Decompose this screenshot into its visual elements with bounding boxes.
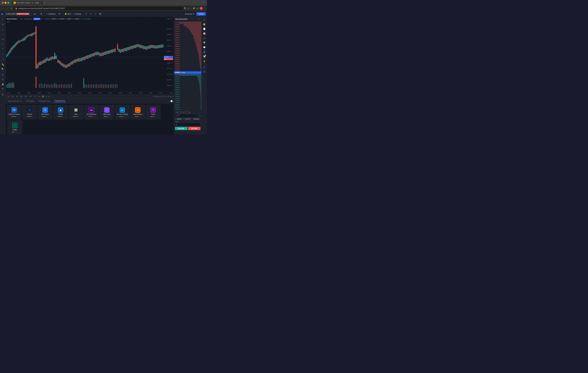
layout-icon[interactable]: ⬛	[196, 7, 199, 10]
broker-card-dorman[interactable]: ☆ DT Dorman Trading ★★★★★	[115, 105, 130, 120]
ob-bid-row[interactable]: 21865.3	[174, 78, 201, 80]
log-toggle[interactable]: log	[167, 96, 169, 97]
back-btn[interactable]: ←	[1, 7, 5, 10]
forward-btn[interactable]: →	[6, 7, 9, 10]
address-bar[interactable]: 🔒 tradingview.com/chart/fzy3UkiH/?symbol…	[14, 7, 183, 10]
ob-bid-row[interactable]: 21865.0	[174, 84, 201, 87]
ob-bid-row[interactable]: 21864.1	[174, 104, 201, 106]
depth-chart-btn[interactable]: ▤	[202, 65, 206, 69]
submit-btn[interactable]: Submit	[175, 118, 183, 120]
timeframe-5y[interactable]: 5Y	[37, 95, 41, 98]
ob-bid-row[interactable]: 21865.1	[174, 82, 201, 84]
ob-bid-row[interactable]: 21864.8	[174, 89, 201, 91]
ob-bid-row[interactable]: 21864.7	[174, 91, 201, 93]
refresh-btn[interactable]: ↻	[10, 7, 13, 10]
fav-tradier-btn[interactable]: ☆	[66, 105, 67, 107]
timeframe-5d[interactable]: 5D	[11, 95, 14, 98]
broker-card-gemini[interactable]: ☆ G Gemini ★★★★★	[22, 105, 37, 120]
social-btn[interactable]: 👤	[202, 50, 206, 54]
broker-card-tiger[interactable]: ☆ TB Tiger Brokers ★★★★★	[130, 105, 145, 120]
order-book-more-icon[interactable]: ⋯	[196, 18, 198, 20]
ob-ask-row[interactable]: 21867.6	[174, 30, 201, 33]
ob-bid-row[interactable]: 21864.2	[174, 102, 201, 104]
chart-type-btn[interactable]: ⊞	[39, 12, 43, 15]
ob-ask-row[interactable]: 21866.0	[174, 65, 201, 67]
broker-card-okx[interactable]: ☆ OKX ★★★★★	[69, 105, 83, 120]
tab-pine-editor[interactable]: Pine Editor	[25, 99, 36, 103]
tab-trading-panel[interactable]: Trading Panel	[53, 99, 66, 103]
ob-ask-row[interactable]: 21865.8	[174, 69, 201, 71]
buy-mkt-btn[interactable]: Buy Mkt	[175, 127, 188, 130]
indicators-btn[interactable]: ∿ Indicators	[45, 12, 57, 15]
fav-alor-btn[interactable]: ☆	[50, 105, 52, 107]
ob-bid-row[interactable]: 21865.2	[174, 80, 201, 82]
panel-maximize-btn[interactable]: ⬜	[170, 100, 173, 102]
timeframe-1d[interactable]: 1D	[7, 95, 10, 98]
active-tab[interactable]: BTCUSDT 21865.7 ▼ -3.56% ×	[12, 1, 43, 4]
ob-ask-row[interactable]: 21867.8	[174, 26, 201, 28]
line-tool[interactable]: ╱	[1, 28, 5, 32]
text-tool[interactable]: T	[1, 52, 5, 56]
tab-stock-screener[interactable]: Stock Screener ▼	[7, 99, 23, 103]
ob-ask-row[interactable]: 21866.7	[174, 50, 201, 52]
crosshair-tool[interactable]: ⊕	[1, 22, 5, 26]
ob-bid-row[interactable]: 21863.9	[174, 108, 201, 110]
browser-menu-btn[interactable]: ⋮	[203, 1, 205, 4]
fav-dorman-btn[interactable]: ☆	[127, 105, 129, 107]
ob-ask-row[interactable]: 21867.5	[174, 33, 201, 35]
bookmark-icon[interactable]: ☆	[190, 7, 192, 10]
ob-ask-row[interactable]: 21866.5	[174, 54, 201, 56]
ob-bid-row[interactable]: 21864.0	[174, 106, 201, 108]
ob-bid-row[interactable]: 21864.6	[174, 93, 201, 95]
fav-gemini-btn[interactable]: ☆	[35, 105, 36, 107]
chart-area[interactable]: 22125.0 22075.0 22025.0 21975.0 21925.0 …	[6, 23, 174, 91]
sell-mkt-btn[interactable]: Sell Mkt	[188, 127, 200, 130]
percent-toggle[interactable]: %	[165, 96, 166, 97]
watchlist-btn[interactable]: ☰	[202, 17, 206, 22]
broker-card-tradier[interactable]: ☆ Tradier ★★★★★	[53, 105, 68, 120]
tab-close-btn[interactable]: ×	[40, 2, 41, 4]
ob-bid-row[interactable]: 21864.3	[174, 99, 201, 102]
maximize-window-btn[interactable]	[7, 2, 9, 4]
ob-ask-row[interactable]: 21867.3	[174, 37, 201, 39]
broker-card-ally[interactable]: ☆ A Ally Invest ★★★★★	[99, 105, 114, 120]
watchlist-tool[interactable]: ☰	[1, 73, 5, 77]
snapshot-btn[interactable]: 📷	[98, 12, 103, 15]
interval-btn[interactable]: 1m	[32, 12, 37, 15]
reverse-btn[interactable]: Reverse	[192, 118, 200, 120]
ob-ask-row[interactable]: 21866.6	[174, 52, 201, 54]
ob-ask-row[interactable]: 21867.7	[174, 28, 201, 30]
timeframe-1m[interactable]: 1M	[15, 95, 19, 98]
fav-optimus-btn[interactable]: ☆	[20, 105, 21, 107]
order-stop-input[interactable]	[198, 114, 201, 117]
ob-ask-row[interactable]: 21867.1	[174, 41, 201, 43]
ob-ask-row[interactable]: 21868.0	[174, 22, 201, 24]
broker-card-wh[interactable]: ☆ WH WH Selfinvest ★★★★★	[84, 105, 99, 120]
ob-bid-row[interactable]: 21864.5	[174, 95, 201, 97]
fav-tiger-btn[interactable]: ☆	[143, 105, 145, 107]
order-book-btn[interactable]: ▦	[202, 69, 206, 74]
templates-btn[interactable]: ⊟	[58, 12, 62, 15]
fav-okx-btn[interactable]: ☆	[81, 105, 83, 107]
timeframe-6m[interactable]: 6M	[24, 95, 27, 98]
settings-signals-btn[interactable]: ⚡	[202, 59, 206, 63]
fullscreen-btn[interactable]: ⤢	[94, 12, 97, 15]
extension-icon[interactable]: 🧩	[193, 7, 195, 10]
alert-btn[interactable]: 🔔 Alert	[63, 12, 72, 15]
ob-bid-row-selected[interactable]: 21865.5	[174, 74, 201, 76]
share-icon[interactable]: ⬆	[188, 7, 189, 10]
broker-card-chaka[interactable]: ☆ C Chaka ★★★★★	[7, 120, 22, 134]
chart-settings-icon[interactable]: ⚙	[48, 96, 50, 97]
ob-bid-row[interactable]: 21864.4	[174, 97, 201, 99]
browser-settings-icon[interactable]: ⋮	[204, 7, 206, 10]
news-btn[interactable]: 📄	[202, 27, 206, 31]
profile-avatar[interactable]: J	[200, 7, 203, 10]
broker-card-optimus[interactable]: ☆ OF Optimus Futures ★★★★★	[7, 105, 22, 120]
ob-clear-ask-btn[interactable]: ✕	[176, 111, 178, 114]
eye-tool[interactable]: 👁	[1, 87, 5, 91]
ob-ask-row[interactable]: 21866.3	[174, 58, 201, 61]
sources-tool[interactable]: ⊛	[1, 77, 5, 82]
timeframe-3m[interactable]: 3M	[20, 95, 23, 98]
auto-toggle[interactable]: auto	[170, 96, 173, 97]
shape-tool[interactable]: △	[1, 56, 5, 61]
